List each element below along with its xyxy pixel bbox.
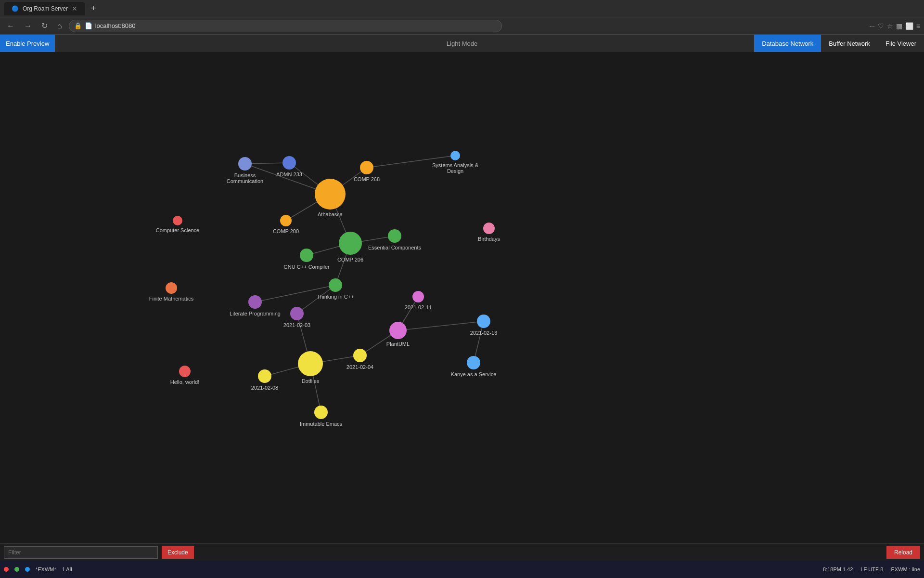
svg-point-54 bbox=[467, 356, 480, 369]
svg-point-30 bbox=[280, 215, 292, 226]
security-icon: 🔒 bbox=[74, 22, 82, 29]
more-icon[interactable]: ··· bbox=[869, 22, 875, 30]
encoding-display: LF UTF-8 bbox=[860, 566, 883, 572]
browser-tab[interactable]: 🔵 Org Roam Server ✕ bbox=[4, 2, 85, 15]
svg-text:COMP 268: COMP 268 bbox=[354, 176, 380, 182]
desktop-label: 1 All bbox=[62, 566, 72, 572]
reload-button[interactable]: Reload bbox=[886, 546, 920, 559]
network-canvas[interactable]: AthabascaCOMP 206ADMN 233COMP 268Busines… bbox=[0, 52, 924, 543]
tab-title: Org Roam Server bbox=[23, 5, 68, 12]
tab-file-viewer[interactable]: File Viewer bbox=[878, 35, 924, 52]
reload-button[interactable]: ↻ bbox=[38, 19, 51, 32]
svg-point-20 bbox=[315, 179, 346, 210]
browser-toolbar-right: ··· ♡ ☆ ▦ ⬜ ≡ bbox=[869, 22, 920, 30]
split-view-icon[interactable]: ⬜ bbox=[905, 22, 913, 30]
status-dot-red bbox=[4, 567, 9, 572]
url-text: localhost:8080 bbox=[95, 22, 136, 29]
svg-line-16 bbox=[398, 321, 484, 330]
browser-titlebar: 🔵 Org Roam Server ✕ + bbox=[0, 0, 924, 17]
svg-text:Dotfiles: Dotfiles bbox=[302, 378, 320, 384]
svg-point-22 bbox=[339, 232, 362, 255]
svg-point-32 bbox=[388, 229, 401, 243]
svg-point-62 bbox=[483, 223, 495, 234]
address-bar[interactable]: 🔒 📄 localhost:8080 bbox=[69, 20, 502, 32]
svg-text:Essential Components: Essential Components bbox=[368, 245, 422, 250]
svg-text:2021-02-11: 2021-02-11 bbox=[405, 304, 432, 310]
menu-icon[interactable]: ≡ bbox=[916, 22, 920, 30]
tab-buffer-network[interactable]: Buffer Network bbox=[821, 35, 878, 52]
app-bar: Enable Preview Light Mode Database Netwo… bbox=[0, 35, 924, 52]
new-tab-button[interactable]: + bbox=[87, 1, 100, 15]
enable-preview-button[interactable]: Enable Preview bbox=[0, 35, 55, 52]
svg-point-60 bbox=[166, 282, 177, 294]
svg-text:COMP 206: COMP 206 bbox=[337, 257, 363, 263]
svg-point-34 bbox=[300, 249, 313, 262]
svg-text:Computer Science: Computer Science bbox=[156, 227, 200, 233]
svg-text:2021-02-13: 2021-02-13 bbox=[470, 330, 497, 336]
svg-text:Athabasca: Athabasca bbox=[318, 211, 343, 217]
svg-text:ADMN 233: ADMN 233 bbox=[276, 171, 302, 177]
bottom-bar: Exclude Reload bbox=[0, 543, 924, 561]
svg-point-66 bbox=[450, 151, 460, 160]
svg-point-56 bbox=[314, 406, 328, 419]
browser-toolbar: ← → ↻ ⌂ 🔒 📄 localhost:8080 ··· ♡ ☆ ▦ ⬜ ≡ bbox=[0, 17, 924, 35]
svg-point-44 bbox=[353, 349, 367, 362]
svg-text:PlantUML: PlantUML bbox=[386, 341, 410, 347]
svg-text:Birthdays: Birthdays bbox=[478, 236, 500, 242]
time-display: 8:18PM 1.42 bbox=[823, 566, 853, 572]
back-button[interactable]: ← bbox=[4, 20, 17, 32]
star-icon[interactable]: ☆ bbox=[887, 22, 893, 30]
svg-point-26 bbox=[360, 161, 373, 174]
svg-text:GNU C++ Compiler: GNU C++ Compiler bbox=[283, 264, 330, 270]
status-dot-green bbox=[14, 567, 19, 572]
bookmark-icon[interactable]: ♡ bbox=[878, 22, 884, 30]
nav-tabs: Database Network Buffer Network File Vie… bbox=[754, 35, 924, 52]
svg-point-64 bbox=[173, 216, 182, 225]
tab-database-network[interactable]: Database Network bbox=[754, 35, 821, 52]
svg-point-42 bbox=[298, 351, 323, 376]
page-icon: 📄 bbox=[85, 22, 92, 29]
status-right: 8:18PM 1.42 LF UTF-8 EXWM : line bbox=[823, 566, 920, 572]
svg-point-58 bbox=[179, 366, 191, 377]
svg-text:Kanye as a Service: Kanye as a Service bbox=[451, 371, 497, 377]
svg-text:Hello, world!: Hello, world! bbox=[170, 379, 200, 385]
svg-text:BusinessCommunication: BusinessCommunication bbox=[227, 172, 263, 184]
exclude-button[interactable]: Exclude bbox=[162, 546, 194, 559]
svg-point-36 bbox=[329, 278, 342, 292]
svg-text:COMP 200: COMP 200 bbox=[273, 228, 299, 234]
svg-text:2021-02-04: 2021-02-04 bbox=[346, 364, 373, 370]
svg-text:Immutable Emacs: Immutable Emacs bbox=[300, 421, 343, 427]
svg-text:Thinking in C++: Thinking in C++ bbox=[317, 294, 354, 300]
status-dot-blue bbox=[25, 567, 30, 572]
svg-point-48 bbox=[389, 322, 407, 339]
svg-text:Literate Programming: Literate Programming bbox=[230, 311, 281, 316]
svg-point-52 bbox=[477, 315, 490, 328]
svg-point-28 bbox=[238, 157, 252, 171]
filter-input[interactable] bbox=[4, 546, 158, 559]
tab-icon: 🔵 bbox=[12, 5, 19, 12]
workspace-label: *EXWM* bbox=[36, 566, 56, 572]
svg-text:2021-02-08: 2021-02-08 bbox=[251, 385, 278, 391]
tab-strip: 🔵 Org Roam Server ✕ + bbox=[4, 1, 100, 15]
svg-point-24 bbox=[282, 156, 296, 170]
collections-icon[interactable]: ▦ bbox=[896, 22, 902, 30]
svg-text:Finite Mathematics: Finite Mathematics bbox=[149, 296, 194, 302]
network-graph: AthabascaCOMP 206ADMN 233COMP 268Busines… bbox=[0, 52, 924, 543]
svg-text:2021-02-03: 2021-02-03 bbox=[283, 322, 310, 328]
home-button[interactable]: ⌂ bbox=[54, 20, 65, 32]
svg-point-40 bbox=[290, 307, 304, 320]
status-bar: *EXWM* 1 All 8:18PM 1.42 LF UTF-8 EXWM :… bbox=[0, 561, 924, 578]
svg-point-38 bbox=[248, 295, 262, 309]
svg-text:Systems Analysis &Design: Systems Analysis &Design bbox=[432, 162, 479, 174]
light-mode-label: Light Mode bbox=[447, 40, 477, 47]
svg-point-50 bbox=[412, 291, 424, 302]
forward-button[interactable]: → bbox=[21, 20, 35, 32]
tab-close-button[interactable]: ✕ bbox=[72, 5, 77, 13]
svg-point-46 bbox=[258, 369, 271, 383]
mode-display: EXWM : line bbox=[891, 566, 920, 572]
